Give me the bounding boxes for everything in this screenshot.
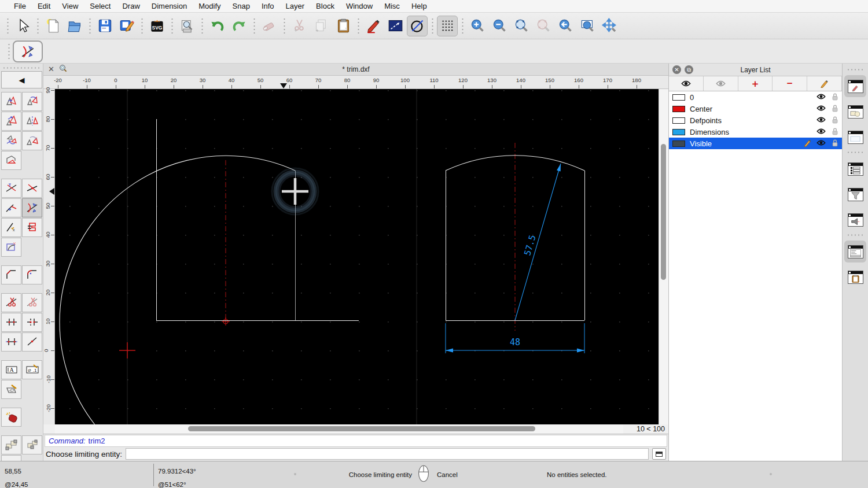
tool-divide[interactable] [1, 293, 21, 312]
tool-trim-excess[interactable] [22, 179, 42, 198]
tool-break-gap[interactable] [22, 313, 42, 332]
zoom-window-button[interactable] [577, 16, 598, 36]
tool-break-out[interactable] [1, 313, 21, 332]
drawing-canvas[interactable]: 57.548 [55, 89, 659, 424]
toolbar-group-handle[interactable] [252, 18, 256, 34]
save-as-button[interactable] [116, 16, 137, 36]
layer-visibility-eye-icon[interactable] [816, 139, 826, 149]
tool-edit-text[interactable]: A [1, 360, 21, 379]
layer-lock-icon[interactable] [830, 127, 840, 137]
zoom-in-button[interactable] [467, 16, 488, 36]
tool-paint-attributes[interactable] [1, 455, 21, 461]
toolbar-group-handle[interactable] [6, 18, 9, 34]
undo-button[interactable] [207, 16, 227, 36]
tool-move[interactable] [1, 92, 21, 111]
menu-help[interactable]: Help [406, 2, 433, 10]
layer-row-dimensions[interactable]: Dimensions [669, 126, 842, 138]
tool-explode[interactable] [1, 408, 21, 427]
dock-layer-list-toggle[interactable] [844, 75, 866, 97]
menu-misc[interactable]: Misc [378, 2, 406, 10]
toolbar-group-handle[interactable] [88, 18, 91, 34]
tool-fillet[interactable] [22, 265, 42, 284]
freeze-all-button[interactable] [704, 76, 738, 91]
new-file-button[interactable] [42, 16, 63, 36]
vertical-scrollbar-thumb[interactable] [661, 144, 666, 280]
tool-scale[interactable] [1, 112, 21, 131]
toolbar-group-handle[interactable] [431, 18, 434, 34]
draft-mode-button[interactable] [407, 16, 428, 36]
menu-view[interactable]: View [56, 2, 84, 10]
select-arrow-button[interactable] [12, 16, 33, 36]
menu-layer[interactable]: Layer [280, 2, 311, 10]
layer-lock-icon[interactable] [830, 139, 840, 149]
menu-edit[interactable]: Edit [32, 2, 56, 10]
horizontal-scrollbar[interactable] [55, 424, 623, 434]
toolbar-group-handle[interactable] [200, 18, 204, 34]
menu-info[interactable]: Info [256, 2, 280, 10]
tool-cut-between[interactable] [22, 293, 42, 312]
menu-select[interactable]: Select [84, 2, 116, 10]
tool-offset[interactable] [22, 218, 42, 237]
command-input[interactable] [126, 448, 649, 460]
menu-draw[interactable]: Draw [116, 2, 145, 10]
toolbar-group-handle[interactable] [461, 18, 464, 34]
layer-row-visible[interactable]: Visible [669, 138, 842, 149]
defreeze-all-button[interactable] [669, 76, 704, 91]
svg-export-button[interactable]: SVG [146, 16, 167, 36]
toolbar-group-handle[interactable] [140, 18, 144, 34]
zoom-auto-button[interactable] [511, 16, 532, 36]
layer-edit-icon[interactable] [803, 139, 812, 149]
current-tool-button[interactable] [13, 40, 43, 62]
layer-lock-icon[interactable] [830, 116, 840, 125]
dock-selection-filter-toggle[interactable] [844, 183, 866, 205]
remove-layer-button[interactable]: − [773, 76, 807, 91]
tool-block-create[interactable] [22, 435, 42, 454]
toolbar-group-handle[interactable] [170, 18, 174, 34]
toolbar-group-handle[interactable] [356, 18, 360, 34]
dock-block-list-toggle[interactable] [844, 101, 866, 123]
tool-edit-hatch[interactable] [1, 380, 21, 399]
tool-trim[interactable] [1, 179, 21, 198]
toolbar-drag-handle[interactable] [7, 43, 10, 60]
tool-revert-direction[interactable] [1, 151, 21, 170]
layer-lock-icon[interactable] [830, 104, 840, 114]
dock-clipboard-toggle[interactable] [844, 266, 866, 288]
add-layer-button[interactable]: ＋ [738, 76, 773, 91]
tool-bevel[interactable] [1, 265, 21, 284]
horizontal-scrollbar-thumb[interactable] [188, 426, 535, 431]
menu-dimension[interactable]: Dimension [146, 2, 193, 10]
tool-modify-arc[interactable] [1, 238, 21, 257]
dock-command-widget-toggle[interactable] [844, 241, 866, 263]
menu-snap[interactable]: Snap [227, 2, 256, 10]
dock-entity-list-toggle[interactable] [844, 158, 866, 180]
tool-mirror[interactable] [22, 112, 42, 131]
pen-attributes-button[interactable] [363, 16, 384, 36]
line-attributes-button[interactable] [385, 16, 406, 36]
paste-button[interactable] [333, 16, 354, 36]
tool-move-rotate[interactable] [1, 131, 21, 150]
vertical-scrollbar[interactable] [659, 89, 668, 424]
dock-library-browser-toggle[interactable] [844, 126, 866, 148]
layer-row-defpoints[interactable]: Defpoints [669, 114, 842, 126]
layer-row-center[interactable]: Center [669, 103, 842, 114]
layer-visibility-eye-icon[interactable] [816, 93, 826, 102]
layer-visibility-eye-icon[interactable] [816, 116, 826, 125]
command-fullscreen-button[interactable] [652, 448, 666, 460]
tool-block-edit[interactable] [1, 435, 21, 454]
tool-stretch[interactable] [1, 332, 21, 352]
dock-exploder-toggle[interactable] [844, 209, 866, 231]
tool-rotate[interactable] [22, 92, 42, 111]
menu-modify[interactable]: Modify [193, 2, 226, 10]
menu-file[interactable]: File [8, 2, 32, 10]
zoom-out-button[interactable] [489, 16, 510, 36]
menu-window[interactable]: Window [340, 2, 378, 10]
open-file-button[interactable] [64, 16, 85, 36]
redo-button[interactable] [229, 16, 249, 36]
tool-rotate-two[interactable] [22, 131, 42, 150]
edit-layer-button[interactable] [807, 76, 842, 91]
toolbar-group-handle[interactable] [282, 18, 286, 34]
zoom-pan-button[interactable] [599, 16, 620, 36]
print-preview-button[interactable] [176, 16, 197, 36]
save-button[interactable] [94, 16, 115, 36]
tool-delete-segment[interactable]: x [1, 218, 21, 237]
